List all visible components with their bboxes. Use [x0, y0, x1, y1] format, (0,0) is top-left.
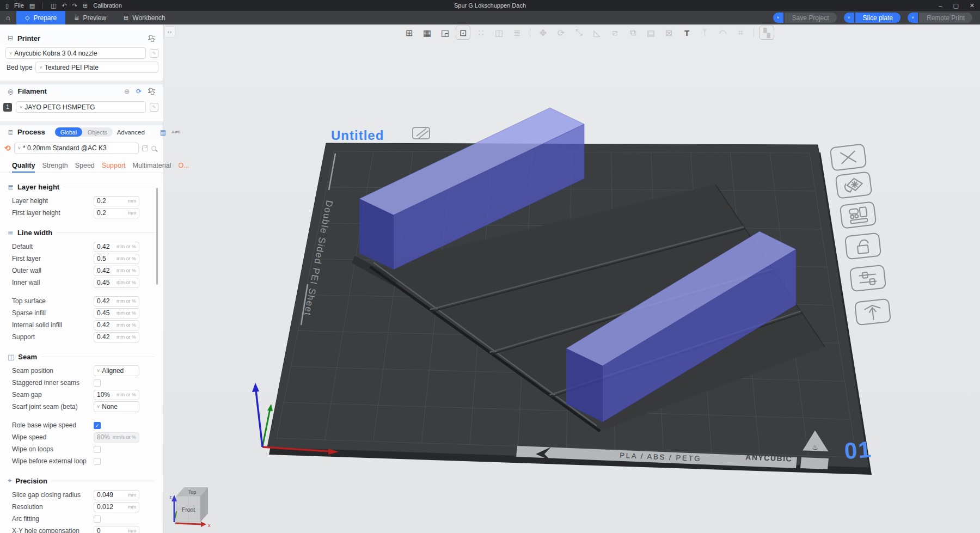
tab-o[interactable]: O... — [178, 162, 189, 173]
move-icon[interactable]: ✥ — [536, 26, 550, 40]
orientation-gizmo[interactable]: Top Front z x — [169, 487, 211, 528]
param-input-support[interactable]: 0.42mm or % — [94, 332, 139, 342]
plate-lock-icon[interactable] — [845, 233, 881, 259]
tab-strength[interactable]: Strength — [42, 162, 68, 173]
process-list-icon[interactable]: ▤ — [160, 128, 166, 136]
param-input-first-layer-height[interactable]: 0.2mm — [94, 208, 139, 218]
viewport-3d[interactable]: ‹› ⊞▦◲⊡∷◫≣✥⟳⤡◺⧄⧉▤⊠Tᛉ◠⌗▚ Double Sided PEI… — [163, 24, 980, 533]
gizmo-top-label[interactable]: Top — [188, 489, 197, 495]
chevron-down-icon[interactable]: ˅ — [773, 13, 783, 23]
assembly-view-icon[interactable]: ▚ — [759, 26, 774, 40]
param-input-resolution[interactable]: 0.012mm — [94, 502, 139, 512]
edit-filament-icon[interactable]: ✎ — [150, 103, 158, 112]
chevron-down-icon[interactable]: ˅ — [844, 13, 854, 23]
arrange-icon[interactable]: ⊡ — [456, 26, 470, 40]
mesh-boolean-icon[interactable]: ⊠ — [661, 26, 676, 40]
auto-orient-icon[interactable]: ◲ — [438, 26, 452, 40]
param-input-slice-gap-closing-radius[interactable]: 0.049mm — [94, 490, 139, 500]
tab-prepare[interactable]: ◇Prepare — [16, 11, 65, 24]
checkbox-staggered-inner-seams[interactable] — [94, 379, 101, 387]
lay-on-face-icon[interactable]: ◺ — [590, 26, 604, 40]
fuzzy-skin-icon[interactable]: ⌗ — [733, 26, 748, 40]
param-input-internal-solid-infill[interactable]: 0.42mm or % — [94, 320, 139, 330]
param-input-default[interactable]: 0.42mm or % — [94, 242, 139, 252]
add-plate-icon[interactable]: ▦ — [420, 26, 434, 40]
param-select-seam-position[interactable]: Aligned — [94, 365, 139, 376]
gizmo-front-label[interactable]: Front — [182, 506, 195, 513]
tab-multimaterial[interactable]: Multimaterial — [133, 162, 171, 173]
bed-type-select[interactable]: Textured PEI Plate — [35, 62, 158, 73]
chevron-down-icon[interactable]: ˅ — [908, 13, 918, 23]
filament-select[interactable]: JAYO PETG HSMPETG — [16, 101, 146, 113]
checkbox-wipe-before-external-loop[interactable] — [94, 458, 101, 465]
tab-quality[interactable]: Quality — [12, 162, 35, 173]
tab-speed[interactable]: Speed — [75, 162, 95, 173]
calibration-tab[interactable]: Calibration — [93, 2, 122, 9]
edit-plate-name-icon[interactable] — [413, 127, 430, 139]
param-input-wipe-speed[interactable]: 80%mm/s or % — [94, 432, 139, 443]
plate-settings-icon[interactable] — [840, 201, 877, 228]
variable-layer-height-icon[interactable]: ≣ — [510, 26, 524, 40]
save-project-button[interactable]: ˅Save Project — [773, 13, 837, 23]
param-input-x-y-hole-compensation[interactable]: 0mm — [94, 526, 139, 533]
fill-icon[interactable]: ▤ — [644, 26, 658, 40]
param-input-outer-wall[interactable]: 0.42mm or % — [94, 266, 139, 276]
checkbox-wipe-on-loops[interactable] — [94, 446, 101, 453]
close-button[interactable]: ✕ — [970, 2, 975, 9]
filament-settings-icon[interactable] — [148, 88, 155, 94]
text-icon[interactable]: T — [679, 26, 694, 40]
param-input-seam-gap[interactable]: 10%mm or % — [94, 390, 139, 400]
param-input-top-surface[interactable]: 0.42mm or % — [94, 296, 139, 307]
calibration-icon[interactable]: ⊞ — [83, 2, 88, 9]
checkbox-role-base-wipe-speed[interactable] — [94, 422, 101, 429]
printer-select[interactable]: Anycubic Kobra 3 0.4 nozzle — [5, 47, 146, 59]
edit-printer-icon[interactable]: ✎ — [150, 49, 158, 58]
plate-name-label[interactable]: Untitled — [331, 128, 384, 143]
save-preset-icon[interactable] — [142, 145, 148, 151]
printer-settings-icon[interactable] — [148, 35, 155, 41]
param-input-inner-wall[interactable]: 0.45mm or % — [94, 278, 139, 288]
scope-objects[interactable]: Objects — [82, 127, 113, 137]
slice-plate-button[interactable]: ˅Slice plate — [844, 13, 901, 23]
home-button[interactable]: ⌂ — [0, 11, 16, 24]
split-to-parts-icon[interactable]: ◫ — [492, 26, 506, 40]
process-preset-select[interactable]: * 0.20mm Standard @AC K3 — [14, 143, 139, 154]
tab-preview[interactable]: ≣Preview — [65, 11, 115, 24]
notes-icon[interactable]: ▤ — [29, 2, 35, 9]
cut-icon[interactable]: ⧄ — [608, 26, 622, 40]
reset-preset-icon[interactable]: ⟲ — [4, 144, 11, 152]
plate-adjust-icon[interactable] — [850, 265, 886, 291]
remote-print-button[interactable]: ˅Remote Print — [908, 13, 972, 23]
redo-icon[interactable]: ↷ — [72, 2, 77, 9]
clone-icon[interactable]: ⧉ — [626, 26, 640, 40]
file-menu[interactable]: File — [14, 2, 24, 9]
collapse-panel-button[interactable]: ‹› — [164, 26, 175, 38]
add-icon[interactable]: ⊞ — [402, 26, 416, 40]
maximize-button[interactable]: ▢ — [953, 2, 958, 9]
scale-icon[interactable]: ⤡ — [572, 26, 586, 40]
param-input-first-layer[interactable]: 0.5mm or % — [94, 254, 139, 264]
plate-delete-icon[interactable] — [830, 144, 867, 170]
undo-icon[interactable]: ↶ — [62, 2, 67, 9]
param-input-layer-height[interactable]: 0.2mm — [94, 196, 139, 206]
compare-presets-icon[interactable]: A⇄B — [171, 130, 180, 134]
scope-global[interactable]: Global — [55, 127, 82, 137]
checkbox-arc-fitting[interactable] — [94, 516, 101, 523]
rotate-icon[interactable]: ⟳ — [554, 26, 568, 40]
add-filament-icon[interactable]: ⊕ — [124, 88, 130, 95]
plate-lay-flat-icon[interactable] — [855, 299, 891, 325]
panel-scrollbar[interactable] — [156, 188, 158, 285]
param-input-sparse-infill[interactable]: 0.45mm or % — [94, 308, 139, 318]
sync-filament-icon[interactable]: ⟳ — [136, 88, 142, 95]
seam-painting-icon[interactable]: ◠ — [715, 26, 730, 40]
viewport-3d-scene[interactable]: Double Sided PEI Sheet PLA / ABS / PETG … — [163, 24, 980, 533]
split-to-objects-icon[interactable]: ∷ — [474, 26, 488, 40]
save-icon[interactable]: ◫ — [51, 2, 56, 9]
tab-workbench[interactable]: ⊞Workbench — [115, 11, 174, 24]
param-select-scarf-joint-seam-beta[interactable]: None — [94, 401, 139, 412]
tab-support[interactable]: Support — [102, 162, 126, 173]
minimize-button[interactable]: – — [939, 2, 942, 9]
search-settings-icon[interactable] — [151, 146, 156, 151]
plate-orient-icon[interactable] — [836, 171, 872, 198]
support-painting-icon[interactable]: ᛉ — [697, 26, 712, 40]
